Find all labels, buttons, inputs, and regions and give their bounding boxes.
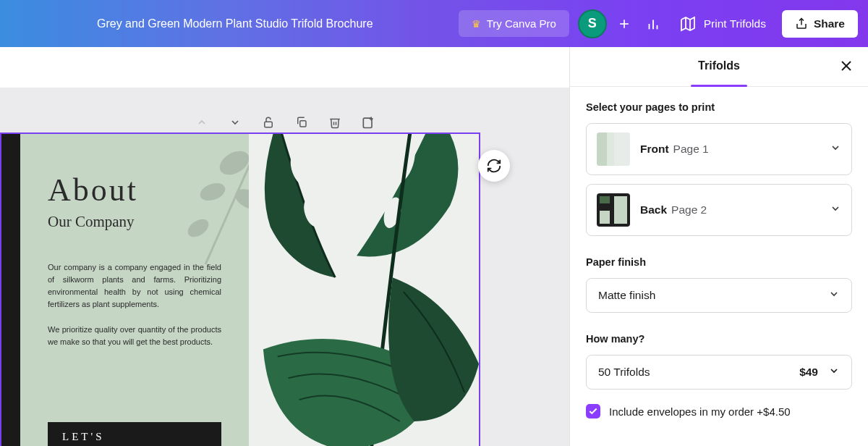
panel-body: Select your pages to print FrontPage 1 B… <box>570 87 868 446</box>
page-selector-back[interactable]: BackPage 2 <box>586 184 852 236</box>
page-side-label: Back <box>640 203 667 216</box>
design-about-panel: About Our Company Our company is a compa… <box>20 134 249 446</box>
close-icon <box>838 57 855 75</box>
upload-icon <box>795 17 808 30</box>
share-button[interactable]: Share <box>782 10 858 38</box>
panel-title: Trifolds <box>698 59 740 74</box>
delete-page-button[interactable] <box>328 115 342 130</box>
add-member-button[interactable] <box>610 9 639 38</box>
svg-rect-10 <box>363 118 372 127</box>
about-heading: About <box>48 172 221 209</box>
user-avatar[interactable]: S <box>578 9 607 38</box>
collapse-down-button[interactable] <box>228 115 242 130</box>
design-left-strip <box>1 134 20 446</box>
copy-icon <box>295 116 308 129</box>
chevron-down-icon <box>830 142 841 156</box>
print-panel: Trifolds Select your pages to print Fron… <box>569 47 868 446</box>
panel-header: Trifolds <box>570 47 868 87</box>
document-title: Grey and Green Modern Plant Studio Trifo… <box>97 17 373 30</box>
page-thumbnail-back <box>597 193 630 227</box>
about-paragraph-2: We prioritize quality over quantity of t… <box>48 324 221 348</box>
unlock-icon <box>262 116 275 129</box>
quantity-select[interactable]: 50 Trifolds $49 <box>586 355 852 390</box>
select-pages-label: Select your pages to print <box>586 101 852 113</box>
app-header: Grey and Green Modern Plant Studio Trifo… <box>0 0 868 47</box>
refresh-icon <box>486 158 502 174</box>
about-subheading: Our Company <box>48 213 221 231</box>
insights-button[interactable] <box>639 9 668 38</box>
bar-chart-icon <box>645 16 661 32</box>
collapse-up-button[interactable] <box>195 115 209 130</box>
paper-finish-value: Matte finish <box>598 289 655 302</box>
plus-icon <box>617 17 631 31</box>
page-selector-front[interactable]: FrontPage 1 <box>586 123 852 175</box>
chevron-down-icon <box>828 365 840 379</box>
plant-illustration <box>249 134 479 446</box>
duplicate-page-button[interactable] <box>294 115 309 130</box>
lets-box: LET'S <box>48 422 221 446</box>
svg-rect-9 <box>299 121 305 127</box>
close-panel-button[interactable] <box>838 57 855 77</box>
paper-finish-label: Paper finish <box>586 256 852 268</box>
envelopes-label: Include envelopes in my order +$4.50 <box>609 405 791 418</box>
chevron-down-icon <box>830 203 841 217</box>
add-page-button[interactable] <box>361 115 375 130</box>
chevron-up-icon <box>196 117 208 128</box>
try-canva-pro-button[interactable]: ♛ Try Canva Pro <box>459 10 569 37</box>
how-many-label: How many? <box>586 333 852 345</box>
design-plant-image <box>249 134 479 446</box>
print-trifolds-button[interactable]: Print Trifolds <box>668 8 778 40</box>
page-number-label: Page 2 <box>671 203 707 216</box>
envelopes-checkbox-row[interactable]: Include envelopes in my order +$4.50 <box>586 404 852 418</box>
lock-page-button[interactable] <box>261 115 276 130</box>
paper-finish-select[interactable]: Matte finish <box>586 278 852 313</box>
check-icon <box>588 406 598 416</box>
quantity-value: 50 Trifolds <box>598 366 650 379</box>
page-number-label: Page 1 <box>673 143 709 155</box>
chevron-down-icon <box>828 288 840 303</box>
trash-icon <box>328 116 341 129</box>
quantity-price: $49 <box>799 366 818 379</box>
design-preview[interactable]: About Our Company Our company is a compa… <box>0 132 480 446</box>
page-toolbar <box>195 115 375 130</box>
page-thumbnail-front <box>597 132 630 166</box>
add-page-icon <box>361 115 375 130</box>
main-area: About Our Company Our company is a compa… <box>0 47 868 446</box>
crown-icon: ♛ <box>472 18 481 30</box>
page-side-label: Front <box>640 143 669 155</box>
chevron-down-icon <box>229 117 241 128</box>
canvas-area: About Our Company Our company is a compa… <box>0 47 569 446</box>
svg-point-22 <box>498 160 499 161</box>
regenerate-button[interactable] <box>478 150 510 182</box>
map-icon <box>679 15 697 33</box>
about-paragraph-1: Our company is a company engaged in the … <box>48 261 221 311</box>
svg-rect-8 <box>264 122 272 127</box>
envelopes-checkbox[interactable] <box>586 404 600 418</box>
